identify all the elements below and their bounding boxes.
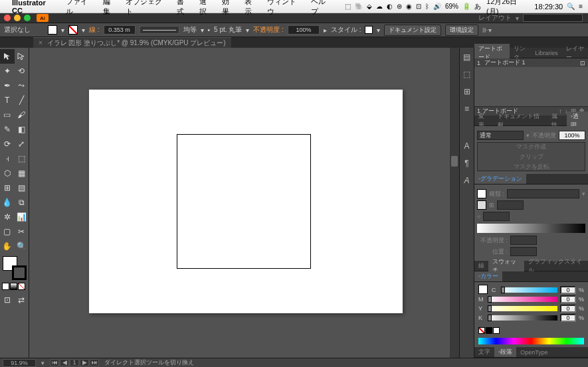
menu-edit[interactable]: 編集	[103, 0, 118, 17]
direct-selection-tool[interactable]	[15, 49, 29, 64]
artboard-tool[interactable]: ▢	[0, 224, 15, 239]
close-tab-icon[interactable]: ×	[39, 39, 43, 46]
style-swatch[interactable]	[365, 26, 373, 34]
rectangle-tool[interactable]: ▭	[0, 108, 15, 122]
opacity-field[interactable]	[288, 25, 320, 35]
free-transform-tool[interactable]: ⬚	[15, 151, 29, 166]
artboard-nav[interactable]: ⏮◀1▶⏭	[50, 359, 99, 366]
chevron-down-icon[interactable]: ▾	[377, 27, 380, 34]
stroke-profile[interactable]	[140, 26, 179, 34]
line-icon[interactable]: ◉	[406, 3, 412, 10]
lasso-tool[interactable]: ⟲	[15, 64, 29, 78]
tab-color[interactable]: ◦カラー	[474, 271, 502, 281]
stroke-label[interactable]: 線 :	[89, 25, 100, 35]
cloud-icon[interactable]: ☁	[376, 3, 383, 10]
artboard-list-row[interactable]: 1 アートボード 1 ⊡	[474, 58, 588, 67]
gradient-stop-swatch[interactable]	[477, 200, 486, 210]
stroke-swatch[interactable]	[68, 25, 78, 35]
gradient-swatch[interactable]	[477, 189, 486, 198]
blend-mode-select[interactable]: 通常	[477, 131, 524, 140]
slice-tool[interactable]: ✂	[15, 224, 29, 239]
opacity-label[interactable]: 不透明度 :	[253, 25, 284, 35]
eraser-tool[interactable]: ◧	[15, 122, 29, 137]
tab-paragraph[interactable]: ◦段落	[494, 347, 516, 357]
character-panel-icon[interactable]: A	[462, 141, 472, 151]
menu-help[interactable]: ヘルプ	[311, 0, 333, 17]
fill-swatch[interactable]	[48, 25, 57, 35]
type-tool[interactable]: T	[0, 93, 15, 108]
m-value[interactable]	[560, 295, 576, 303]
volume-icon[interactable]: 🔊	[433, 3, 441, 10]
app-name[interactable]: Illustrator CC	[12, 0, 58, 15]
aspect-field[interactable]	[483, 212, 510, 221]
glyphs-panel-icon[interactable]: A	[462, 175, 472, 186]
fill-stroke-indicator[interactable]	[3, 256, 27, 280]
chevron-right-icon[interactable]: ▸	[324, 27, 327, 34]
status-icon[interactable]: ◐	[387, 3, 393, 10]
screen-mode-cycle[interactable]: ⇄	[15, 293, 29, 307]
document-setup-button[interactable]: ドキュメント設定	[384, 25, 441, 36]
color-spectrum[interactable]	[478, 338, 584, 344]
menu-type[interactable]: 書式	[177, 0, 191, 17]
rectangle-object[interactable]	[177, 134, 311, 269]
uniform-label[interactable]: 均等	[183, 25, 197, 35]
paintbrush-tool[interactable]: 🖌	[15, 108, 29, 122]
tab-opentype[interactable]: OpenType	[516, 348, 552, 356]
minimize-window-button[interactable]	[14, 15, 21, 21]
screen-mode-tool[interactable]: ⊡	[0, 293, 15, 307]
canvas[interactable]	[29, 48, 459, 358]
chevron-down-icon[interactable]: ▾	[201, 27, 204, 34]
menu-effect[interactable]: 効果	[222, 0, 237, 17]
vertical-scrollbar[interactable]	[450, 48, 459, 358]
opacity-mask-area[interactable]: マスク作成 クリップ マスクを反転	[477, 142, 585, 171]
tab-gradient[interactable]: ◦グラデーション	[474, 174, 526, 184]
menu-select[interactable]: 選択	[199, 0, 214, 17]
y-value[interactable]	[560, 305, 576, 313]
shape-builder-tool[interactable]: ⬡	[0, 166, 15, 181]
magic-wand-tool[interactable]: ✦	[0, 64, 15, 78]
shaper-tool[interactable]: ✎	[0, 122, 15, 137]
maximize-window-button[interactable]	[24, 15, 31, 21]
ime-icon[interactable]: あ	[474, 2, 481, 11]
pen-tool[interactable]: ✒	[0, 78, 15, 93]
preferences-button[interactable]: 環境設定	[445, 25, 478, 36]
k-slider[interactable]	[488, 315, 557, 321]
eyedropper-tool[interactable]: 💧	[0, 195, 15, 210]
blend-tool[interactable]: ⧉	[15, 195, 29, 210]
symbol-sprayer-tool[interactable]: ✲	[0, 210, 15, 224]
perspective-tool[interactable]: ▦	[15, 166, 29, 181]
menu-object[interactable]: オブジェクト	[126, 0, 169, 17]
curvature-tool[interactable]: ⤳	[15, 78, 29, 93]
hand-tool[interactable]: ✋	[0, 239, 15, 254]
scrollbar-thumb[interactable]	[451, 156, 458, 167]
scale-tool[interactable]: ⤢	[15, 137, 29, 151]
width-tool[interactable]: ⫞	[0, 151, 15, 166]
c-value[interactable]	[560, 286, 576, 294]
y-slider[interactable]	[488, 306, 557, 311]
dock-icon[interactable]: ⬚	[462, 69, 472, 80]
paragraph-panel-icon[interactable]: ¶	[462, 158, 472, 169]
search-field[interactable]	[523, 14, 583, 22]
k-value[interactable]	[560, 314, 576, 322]
menu-window[interactable]: ウィンドウ	[267, 0, 304, 17]
bw-none-swatches[interactable]	[478, 327, 584, 334]
battery-icon[interactable]: 🔋	[462, 3, 470, 10]
menu-view[interactable]: 表示	[245, 0, 259, 17]
close-window-button[interactable]	[4, 15, 11, 21]
artboard-options-icon[interactable]: ⊡	[580, 60, 585, 66]
color-mode-swatches[interactable]	[2, 283, 29, 290]
tab-character[interactable]: 文字	[474, 347, 494, 357]
selection-tool[interactable]	[0, 49, 15, 64]
document-tab[interactable]: × イラレ 図形 塗りつぶし* @ 91.9% (CMYK/GPU プレビュー)	[33, 37, 231, 48]
brush-label[interactable]: 5 pt. 丸筆	[214, 25, 242, 35]
status-icon[interactable]: ⊡	[416, 3, 421, 10]
dock-icon[interactable]: ≡	[462, 104, 472, 114]
dock-icon[interactable]: ⊞	[462, 86, 472, 97]
chevron-down-icon[interactable]: ▾	[582, 190, 585, 197]
menu-file[interactable]: ファイル	[66, 0, 95, 17]
chevron-down-icon[interactable]: ▾	[246, 27, 249, 34]
layout-label[interactable]: レイアウト	[478, 13, 512, 23]
stroke-color[interactable]	[12, 265, 27, 280]
dropbox-icon[interactable]: ⬙	[367, 3, 372, 10]
zoom-tool[interactable]: 🔍	[15, 239, 29, 254]
